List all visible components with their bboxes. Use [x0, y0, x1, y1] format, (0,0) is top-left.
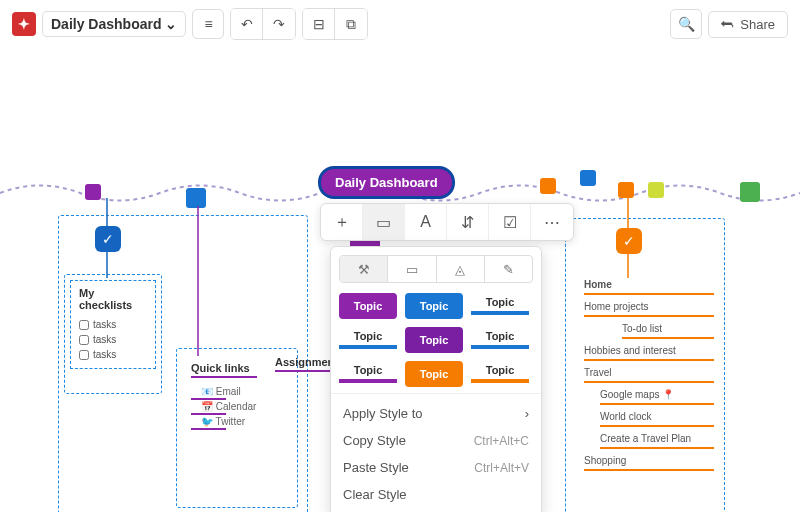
text-icon: A [420, 213, 431, 231]
redo-button[interactable]: ↷ [263, 9, 295, 39]
root-topic-label: Daily Dashboard [335, 175, 438, 190]
connector-home [626, 198, 656, 278]
style-swatch-grid: Topic Topic Topic Topic Topic Topic Topi… [339, 293, 533, 387]
task-checkbox[interactable] [79, 320, 89, 330]
checklists-card[interactable]: My checklists tasks tasks tasks [70, 280, 156, 369]
root-topic-node[interactable]: Daily Dashboard [318, 166, 455, 199]
style-swatch-blue-underline-2[interactable]: Topic [339, 327, 397, 349]
home-title: Home [584, 276, 714, 295]
rounded-rect-icon: ▭ [376, 213, 391, 232]
wand-icon: ⚒ [358, 262, 370, 277]
home-subitem[interactable]: World clock [600, 408, 714, 427]
document-title: Daily Dashboard [51, 16, 161, 32]
style-swatch-purple2-filled[interactable]: Topic [405, 327, 463, 353]
menu-clear-style[interactable]: Clear Style [339, 481, 533, 508]
task-row[interactable]: tasks [79, 317, 147, 332]
tab-shape[interactable]: ▭ [388, 256, 436, 282]
share-label: Share [740, 17, 775, 32]
checkbox-icon: ☑ [503, 213, 517, 232]
task-button[interactable]: ☑ [489, 204, 531, 240]
style-swatch-orange-underline[interactable]: Topic [471, 361, 529, 383]
document-title-dropdown[interactable]: Daily Dashboard ⌄ [42, 11, 186, 37]
node-marker-green[interactable] [740, 182, 760, 202]
menu-copy-style[interactable]: Copy Style Ctrl+Alt+C [339, 427, 533, 454]
task-checkbox[interactable] [79, 335, 89, 345]
layout-group: ⊟ ⧉ [302, 8, 368, 40]
node-context-toolbar: ＋ ▭ A ⇵ ☑ ⋯ [320, 203, 574, 241]
home-subitem[interactable]: Google maps 📍 [600, 386, 714, 405]
style-swatch-purple-filled[interactable]: Topic [339, 293, 397, 319]
share-button[interactable]: ⮪ Share [708, 11, 788, 38]
insert-topic-button[interactable]: ⊟ [303, 9, 335, 39]
search-button[interactable]: 🔍 [670, 9, 702, 39]
tab-border[interactable]: ✎ [485, 256, 532, 282]
add-sibling-button[interactable]: ＋ [321, 204, 363, 240]
tab-magic-style[interactable]: ⚒ [340, 256, 388, 282]
share-icon: ⮪ [721, 17, 734, 32]
home-item[interactable]: Travel [584, 364, 714, 383]
more-button[interactable]: ⋯ [531, 204, 573, 240]
layout-button[interactable]: ⇵ [447, 204, 489, 240]
quicklinks-title: Quick links [191, 362, 257, 378]
link-row[interactable]: 📅 Calendar [191, 399, 257, 414]
home-card[interactable]: Home Home projects To-do list Hobbies an… [584, 276, 714, 474]
plus-icon: ＋ [334, 212, 350, 233]
style-swatch-purple-underline[interactable]: Topic [339, 361, 397, 383]
separator [331, 393, 541, 394]
node-marker-blue-2[interactable] [580, 170, 596, 186]
link-row[interactable]: 📧 Email [191, 384, 257, 399]
home-item[interactable]: Shopping [584, 452, 714, 471]
connector-quicklinks [196, 206, 226, 356]
node-marker-blue[interactable] [186, 188, 206, 208]
home-subitem[interactable]: Create a Travel Plan [600, 430, 714, 449]
style-swatch-blue-underline[interactable]: Topic [471, 293, 529, 315]
shape-button[interactable]: ▭ [363, 204, 405, 240]
mindmap-canvas[interactable]: Daily Dashboard ✓ ✓ My checklists tasks … [0, 48, 800, 512]
undo-button[interactable]: ↶ [231, 9, 263, 39]
text-style-button[interactable]: A [405, 204, 447, 240]
quicklinks-card[interactable]: Quick links 📧 Email 📅 Calendar 🐦 Twitter [183, 356, 265, 435]
style-panel: ⚒ ▭ ◬ ✎ Topic Topic Topic Topic Topic To… [330, 246, 542, 512]
style-swatch-orange-filled[interactable]: Topic [405, 361, 463, 387]
link-row[interactable]: 🐦 Twitter [191, 414, 257, 429]
chevron-down-icon: ⌄ [165, 16, 177, 32]
pen-icon: ✎ [503, 262, 514, 277]
home-item[interactable]: Home projects [584, 298, 714, 317]
more-icon: ⋯ [544, 213, 560, 232]
connector-checklist [95, 198, 125, 278]
task-row[interactable]: tasks [79, 332, 147, 347]
top-toolbar: ✦ Daily Dashboard ⌄ ≡ ↶ ↷ ⊟ ⧉ 🔍 ⮪ Share [0, 0, 800, 48]
home-item[interactable]: To-do list [622, 320, 714, 339]
node-marker-orange[interactable] [540, 178, 556, 194]
node-marker-lime[interactable] [648, 182, 664, 198]
undo-redo-group: ↶ ↷ [230, 8, 296, 40]
style-swatch-blue-filled[interactable]: Topic [405, 293, 463, 319]
rect-icon: ▭ [406, 262, 418, 277]
app-logo[interactable]: ✦ [12, 12, 36, 36]
node-marker-orange-2[interactable] [618, 182, 634, 198]
task-row[interactable]: tasks [79, 347, 147, 362]
menu-apply-style-to[interactable]: Apply Style to › [339, 400, 533, 427]
tab-fill[interactable]: ◬ [437, 256, 485, 282]
insert-subtopic-button[interactable]: ⧉ [335, 9, 367, 39]
checklists-title: My checklists [79, 287, 147, 311]
style-panel-tabs: ⚒ ▭ ◬ ✎ [339, 255, 533, 283]
home-item[interactable]: Hobbies and interest [584, 342, 714, 361]
task-checkbox[interactable] [79, 350, 89, 360]
chevron-right-icon: › [525, 406, 529, 421]
paint-bucket-icon: ◬ [455, 262, 465, 277]
menu-button[interactable]: ≡ [192, 9, 224, 39]
style-swatch-blue-underline-3[interactable]: Topic [471, 327, 529, 349]
menu-paste-style[interactable]: Paste Style Ctrl+Alt+V [339, 454, 533, 481]
hierarchy-icon: ⇵ [461, 213, 474, 232]
search-icon: 🔍 [678, 16, 695, 32]
